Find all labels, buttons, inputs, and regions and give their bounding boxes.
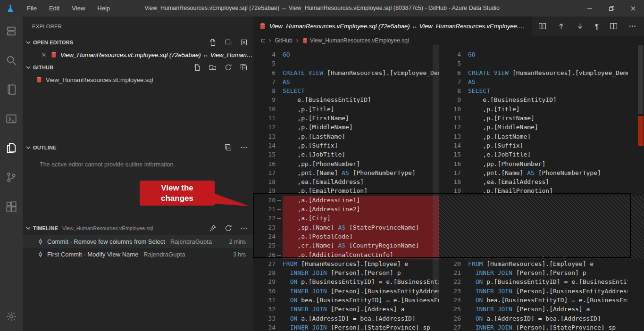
outline-section-header[interactable]: OUTLINE bbox=[23, 142, 253, 153]
connections-icon[interactable] bbox=[0, 17, 23, 46]
toggle-whitespace-icon[interactable]: ¶ bbox=[595, 23, 599, 30]
timeline-item-time: 3 hrs bbox=[233, 251, 253, 258]
github-file-item[interactable]: View_HumanResources.vEmployee.sql bbox=[23, 74, 253, 85]
active-tab[interactable]: View_HumanResources.vEmployee.sql (72e5a… bbox=[253, 17, 532, 36]
code-line: 5 bbox=[439, 59, 644, 68]
overview-ruler[interactable] bbox=[637, 45, 644, 331]
open-editor-item[interactable]: View_HumanResources.vEmployee.sql (72e5a… bbox=[23, 50, 253, 60]
open-changes-icon[interactable] bbox=[538, 22, 546, 30]
diff-pane-modified[interactable]: 4GO56CREATE VIEW [HumanResources].[vEmpl… bbox=[439, 45, 644, 331]
new-folder-icon[interactable] bbox=[209, 64, 217, 71]
code-line: 10 ,p.[Title] bbox=[439, 105, 644, 114]
code-line: 22 ON p.[BusinessEntityID] = e.[Business… bbox=[439, 277, 644, 286]
section-title: GITHUB bbox=[33, 65, 53, 70]
code-line: 15 ,e.[JobTitle] bbox=[439, 150, 644, 159]
code-line: 4GO bbox=[439, 50, 644, 59]
original-scrollbar[interactable] bbox=[433, 45, 439, 331]
code-line: 13 ,p.[LastName] bbox=[439, 132, 644, 141]
code-line: 6CREATE VIEW [HumanResources].[vEmployee… bbox=[439, 68, 644, 77]
collapse-all-icon[interactable] bbox=[225, 144, 232, 151]
close-all-editors-icon[interactable] bbox=[240, 39, 248, 46]
code-line: 9 e.[BusinessEntityID] bbox=[439, 95, 644, 104]
scrollbar-slider[interactable] bbox=[433, 45, 439, 300]
window-title: View_HumanResources.vEmployee.sql (72e5a… bbox=[144, 0, 500, 17]
code-line: 19 ,p.[EmailPromotion] bbox=[253, 186, 439, 195]
window-controls bbox=[579, 0, 644, 17]
code-line: 14 ,p.[Suffix] bbox=[439, 141, 644, 150]
code-line: 5 bbox=[253, 59, 439, 68]
code-line: 34 INNER JOIN [Person].[StateProvince] s… bbox=[253, 323, 439, 331]
more-actions-icon[interactable] bbox=[628, 22, 636, 30]
code-line: 17 ,pnt.[Name] AS [PhoneNumberType] bbox=[253, 168, 439, 177]
editor-group: View_HumanResources.vEmployee.sql (72e5a… bbox=[253, 17, 644, 331]
code-line-removed: 25— ,cr.[Name] AS [CountryRegionName] bbox=[253, 241, 439, 250]
minimize-button[interactable] bbox=[579, 0, 601, 17]
breadcrumb: c: GitHub View_HumanResources.vEmployee.… bbox=[253, 36, 644, 45]
previous-change-icon[interactable] bbox=[557, 22, 565, 30]
collapse-all-icon[interactable] bbox=[240, 64, 248, 71]
sidebar-title: EXPLORER bbox=[23, 19, 253, 33]
close-icon[interactable] bbox=[41, 51, 47, 58]
timeline-item[interactable]: Commit - Remove few columns from Select … bbox=[23, 235, 253, 248]
pin-icon[interactable] bbox=[209, 224, 217, 232]
timeline-item-author: RajendraGupta bbox=[143, 251, 185, 258]
menu-help[interactable]: Help bbox=[91, 0, 116, 17]
code-line: 27 INNER JOIN [Person].[StateProvince] s… bbox=[439, 323, 644, 331]
annotation-callout: View the changes bbox=[140, 181, 215, 206]
code-line: 10 ,p.[Title] bbox=[253, 105, 439, 114]
more-actions-icon[interactable] bbox=[240, 224, 248, 232]
code-line-removed: 21— ,a.[AddressLine2] bbox=[253, 205, 439, 214]
refresh-icon[interactable] bbox=[225, 64, 232, 71]
code-line: 14 ,p.[Suffix] bbox=[253, 141, 439, 150]
code-line: 17 ,pnt.[Name] AS [PhoneNumberType] bbox=[439, 168, 644, 177]
chevron-right-icon bbox=[267, 38, 273, 43]
menu-file[interactable]: File bbox=[21, 0, 43, 17]
github-file-label: View_HumanResources.vEmployee.sql bbox=[46, 76, 153, 83]
timeline-section-header[interactable]: TIMELINE View_HumanResources.vEmployee.s… bbox=[23, 223, 253, 233]
save-all-icon[interactable] bbox=[225, 39, 232, 46]
timeline-item[interactable]: First Commit - Modify View Name Rajendra… bbox=[23, 248, 253, 261]
scrollbar-slider[interactable] bbox=[638, 45, 643, 114]
menu-bar: File Edit View Help bbox=[21, 0, 116, 17]
deleted-region-marker bbox=[638, 116, 644, 146]
timeline-item-label: Commit - Remove few columns from Select bbox=[47, 238, 165, 245]
sql-file-icon bbox=[259, 23, 266, 30]
source-control-icon[interactable] bbox=[0, 163, 23, 192]
open-editors-header[interactable]: OPEN EDITORS bbox=[23, 37, 253, 48]
settings-gear-icon[interactable] bbox=[0, 302, 23, 331]
new-file-icon[interactable] bbox=[193, 64, 201, 71]
explorer-icon[interactable] bbox=[0, 133, 23, 163]
git-commit-icon bbox=[37, 251, 44, 258]
code-line: 7AS bbox=[439, 77, 644, 86]
close-button[interactable] bbox=[622, 0, 644, 17]
code-line: 31 ON bea.[BusinessEntityID] = e.[Busine… bbox=[253, 296, 439, 305]
breadcrumb-item-file[interactable]: View_HumanResources.vEmployee.sql bbox=[310, 37, 409, 44]
diff-pane-original[interactable]: 4GO56CREATE VIEW [HumanResources].[vEmpl… bbox=[253, 45, 439, 331]
split-editor-icon[interactable] bbox=[610, 22, 618, 30]
code-line-removed: 22— ,a.[City] bbox=[253, 214, 439, 223]
menu-edit[interactable]: Edit bbox=[43, 0, 66, 17]
git-commit-icon bbox=[37, 238, 44, 245]
search-icon[interactable] bbox=[0, 46, 23, 75]
code-line: 12 ,p.[MiddleName] bbox=[253, 123, 439, 132]
notebooks-icon[interactable] bbox=[0, 75, 23, 104]
code-line: 13 ,p.[LastName] bbox=[253, 132, 439, 141]
diff-editor: 4GO56CREATE VIEW [HumanResources].[vEmpl… bbox=[253, 45, 644, 331]
breadcrumb-item-folder[interactable]: GitHub bbox=[275, 37, 292, 44]
terminal-icon[interactable] bbox=[0, 104, 23, 133]
menu-view[interactable]: View bbox=[66, 0, 91, 17]
refresh-icon[interactable] bbox=[225, 224, 232, 232]
section-title: OPEN EDITORS bbox=[33, 40, 73, 45]
github-section-header[interactable]: GITHUB bbox=[23, 62, 253, 73]
restore-button[interactable] bbox=[601, 0, 622, 17]
extensions-icon[interactable] bbox=[0, 192, 23, 221]
more-actions-icon[interactable] bbox=[240, 144, 248, 151]
code-line: 8SELECT bbox=[253, 86, 439, 95]
next-change-icon[interactable] bbox=[576, 22, 584, 30]
code-line: 12 ,p.[MiddleName] bbox=[439, 123, 644, 132]
outline-message: The active editor cannot provide outline… bbox=[40, 161, 247, 168]
breadcrumb-item-drive[interactable]: c: bbox=[261, 37, 265, 44]
section-title: TIMELINE bbox=[33, 225, 58, 231]
code-line: 15 ,e.[JobTitle] bbox=[253, 150, 439, 159]
new-untitled-file-icon[interactable] bbox=[209, 39, 217, 46]
